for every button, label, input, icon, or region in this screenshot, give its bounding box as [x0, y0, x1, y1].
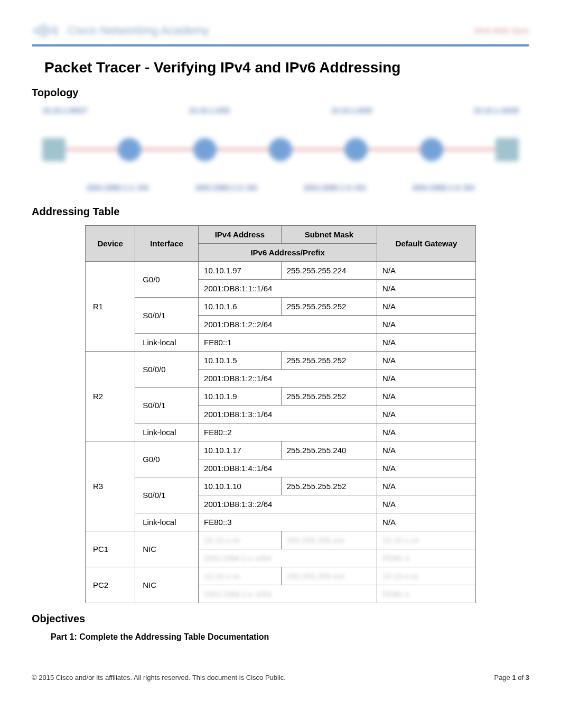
table-cell: G0/0	[135, 262, 199, 298]
table-cell: G0/0	[135, 441, 199, 477]
table-cell: N/A	[377, 370, 476, 388]
topology-diagram: 10.10.1.96/27 10.10.1.4/30 10.10.1.8/30 …	[32, 106, 529, 196]
footer-copyright: © 2015 Cisco and/or its affiliates. All …	[32, 674, 286, 681]
table-cell: N/A	[377, 280, 476, 298]
brand-logo: Cisco Networking Academy	[32, 21, 209, 40]
table-cell: N/A	[377, 477, 476, 495]
table-cell: 10.10.1.5	[199, 352, 282, 370]
table-cell: 255.255.255.252	[281, 388, 377, 406]
table-cell: 10.10.1.9	[199, 388, 282, 406]
table-cell: Link-local	[135, 513, 199, 531]
table-cell: 255.255.255.252	[281, 298, 377, 316]
table-cell: 2001:DB8:1:3::1/64	[199, 406, 377, 423]
table-cell: 255.255.255.252	[281, 477, 377, 495]
table-row: R3G0/010.10.1.17255.255.255.240N/A	[86, 441, 476, 459]
table-cell: N/A	[377, 513, 476, 531]
table-cell: N/A	[377, 423, 476, 441]
table-cell: N/A	[377, 441, 476, 459]
cisco-icon	[32, 21, 61, 40]
page-footer: © 2015 Cisco and/or its affiliates. All …	[32, 674, 529, 681]
table-cell: 2001:DB8:1:x::x/64	[199, 585, 377, 603]
table-cell: NIC	[135, 567, 199, 603]
table-cell: N/A	[377, 352, 476, 370]
col-ipv4: IPv4 Address	[199, 226, 282, 244]
table-cell: 255.255.255.252	[281, 352, 377, 370]
table-cell: R2	[86, 352, 135, 441]
table-cell: N/A	[377, 316, 476, 334]
table-cell: N/A	[377, 459, 476, 477]
table-cell: 10.10.1.6	[199, 298, 282, 316]
table-row: S0/0/110.10.1.6255.255.255.252N/A	[86, 298, 476, 316]
topology-heading: Topology	[32, 87, 529, 99]
addressing-table: Device Interface IPv4 Address Subnet Mas…	[85, 225, 476, 603]
table-cell: 10.10.1.17	[199, 441, 282, 459]
page-header: Cisco Networking Academy Mind Wide Open	[32, 21, 529, 44]
table-cell: PC1	[86, 531, 135, 567]
table-cell: S0/0/1	[135, 388, 199, 423]
brand-text: Cisco Networking Academy	[68, 24, 209, 38]
table-row: Link-localFE80::2N/A	[86, 423, 476, 441]
table-cell: 2001:DB8:1:x::x/64	[199, 549, 377, 567]
addressing-heading: Addressing Table	[32, 206, 529, 218]
table-cell: NIC	[135, 531, 199, 567]
table-cell: FE80::2	[199, 423, 377, 441]
table-row: Link-localFE80::3N/A	[86, 513, 476, 531]
col-mask: Subnet Mask	[281, 226, 377, 244]
table-cell: 10.10.1.97	[199, 262, 282, 280]
table-row: PC2NIC10.10.x.xx255.255.255.xxx10.10.x.x…	[86, 567, 476, 585]
table-cell: 10.10.x.xx	[377, 567, 476, 585]
col-gateway: Default Gateway	[377, 226, 476, 262]
table-cell: FE80::3	[199, 513, 377, 531]
objectives-part1: Part 1: Complete the Addressing Table Do…	[51, 632, 529, 642]
table-cell: 2001:DB8:1:3::2/64	[199, 495, 377, 513]
table-cell: N/A	[377, 495, 476, 513]
objectives-heading: Objectives	[32, 613, 529, 625]
table-cell: N/A	[377, 406, 476, 423]
table-cell: FE80::1	[199, 334, 377, 352]
table-cell: S0/0/0	[135, 352, 199, 388]
table-cell: 2001:DB8:1:1::1/64	[199, 280, 377, 298]
table-row: R1G0/010.10.1.97255.255.255.224N/A	[86, 262, 476, 280]
col-interface: Interface	[135, 226, 199, 262]
table-cell: 10.10.1.10	[199, 477, 282, 495]
table-cell: 10.10.x.xx	[377, 531, 476, 549]
table-cell: N/A	[377, 388, 476, 406]
col-device: Device	[86, 226, 135, 262]
table-row: PC1NIC10.10.x.xx255.255.255.xxx10.10.x.x…	[86, 531, 476, 549]
table-cell: N/A	[377, 262, 476, 280]
table-cell: FE80::x	[377, 549, 476, 567]
table-cell: 255.255.255.xxx	[281, 531, 377, 549]
table-row: S0/0/110.10.1.9255.255.255.252N/A	[86, 388, 476, 406]
table-cell: S0/0/1	[135, 477, 199, 513]
table-cell: 255.255.255.224	[281, 262, 377, 280]
header-tagline: Mind Wide Open	[474, 26, 529, 35]
table-cell: R1	[86, 262, 135, 352]
page-title: Packet Tracer - Verifying IPv4 and IPv6 …	[44, 59, 529, 76]
table-cell: R3	[86, 441, 135, 531]
header-divider	[32, 44, 529, 47]
table-cell: N/A	[377, 298, 476, 316]
table-cell: N/A	[377, 334, 476, 352]
table-cell: PC2	[86, 567, 135, 603]
footer-page: Page 1 of 3	[494, 674, 529, 681]
table-cell: 10.10.x.xx	[199, 531, 282, 549]
table-cell: 2001:DB8:1:2::2/64	[199, 316, 377, 334]
table-cell: S0/0/1	[135, 298, 199, 334]
document-page: Cisco Networking Academy Mind Wide Open …	[0, 0, 561, 697]
table-cell: Link-local	[135, 334, 199, 352]
table-header-row: Device Interface IPv4 Address Subnet Mas…	[86, 226, 476, 244]
col-ipv6: IPv6 Address/Prefix	[199, 244, 377, 262]
table-cell: 10.10.x.xx	[199, 567, 282, 585]
table-cell: 2001:DB8:1:2::1/64	[199, 370, 377, 388]
table-row: S0/0/110.10.1.10255.255.255.252N/A	[86, 477, 476, 495]
table-cell: 2001:DB8:1:4::1/64	[199, 459, 377, 477]
table-cell: 255.255.255.240	[281, 441, 377, 459]
table-row: Link-localFE80::1N/A	[86, 334, 476, 352]
table-cell: Link-local	[135, 423, 199, 441]
table-cell: 255.255.255.xxx	[281, 567, 377, 585]
table-row: R2S0/0/010.10.1.5255.255.255.252N/A	[86, 352, 476, 370]
table-cell: FE80::x	[377, 585, 476, 603]
